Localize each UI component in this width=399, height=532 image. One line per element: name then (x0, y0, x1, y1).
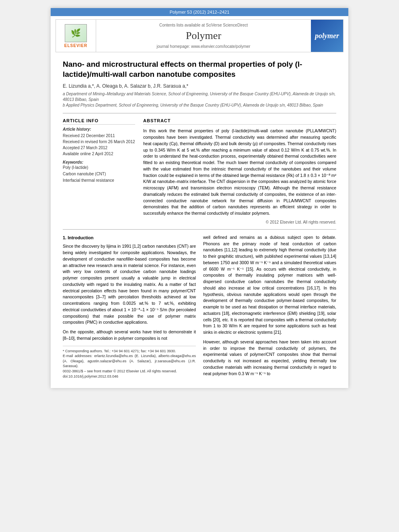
keyword-2: Carbon nanotube (CNT) (63, 171, 135, 177)
copyright-line: © 2012 Elsevier Ltd. All rights reserved… (143, 220, 336, 224)
abstract-panel: ABSTRACT In this work the thermal proper… (143, 118, 336, 224)
corresponding-note: * Corresponding authors. Tel.: +34 94 60… (63, 349, 196, 354)
journal-header-center: Contents lists available at SciVerse Sci… (96, 20, 311, 52)
footnotes: * Corresponding authors. Tel.: +34 94 60… (63, 346, 196, 379)
accepted-date: Accepted 27 March 2012 (63, 145, 135, 151)
main-content: Nano- and microstructural effects on the… (51, 55, 348, 388)
elsevier-logo: ELSEVIER (64, 24, 87, 48)
keyword-1: Poly (l-lactide) (63, 164, 135, 171)
intro-paragraph-3: well defined and remains as a dubious su… (203, 234, 336, 336)
elsevier-graphic (65, 24, 87, 42)
info-abstract-section: ARTICLE INFO Article history: Received 2… (63, 118, 336, 224)
journal-homepage-text: journal homepage: www.elsevier.com/locat… (157, 44, 251, 49)
elsevier-logo-area: ELSEVIER (56, 20, 96, 52)
affiliations: a Department of Mining–Metallurgy and Ma… (63, 91, 336, 108)
intro-paragraph-1: Since the discovery by Iijima in 1991 [1… (63, 243, 196, 326)
keywords-label: Keywords: (63, 160, 135, 164)
affiliation-b: b Applied Physics Department, School of … (63, 103, 336, 108)
journal-name-display: Polymer (186, 30, 221, 42)
keyword-3: Interfacial thermal resistance (63, 177, 135, 184)
issn-note: 0032-3861/$ – see front matter © 2012 El… (63, 369, 196, 374)
received-date: Received 22 December 2011 (63, 133, 135, 139)
received-revised: Received in revised form 26 March 2012 (63, 139, 135, 145)
journal-citation-bar: Polymer 53 (2012) 2412–2421 (51, 8, 348, 16)
abstract-body: In this work the thermal properties of p… (143, 128, 336, 217)
introduction-heading: 1. Introduction (63, 234, 196, 241)
header-divider (63, 113, 336, 113)
journal-header: ELSEVIER Contents lists available at Sci… (56, 19, 343, 52)
email-note: E-mail addresses: erlantz.lizundia@ehu.e… (63, 353, 196, 369)
journal-cover-label: polymer (315, 32, 339, 40)
sciverse-line: Contents lists available at SciVerse Sci… (159, 23, 248, 27)
body-right-col: well defined and remains as a dubious su… (203, 234, 336, 380)
intro-paragraph-2: On the opposite, although several works … (63, 329, 196, 342)
article-info-panel: ARTICLE INFO Article history: Received 2… (63, 118, 135, 224)
article-info-heading: ARTICLE INFO (63, 118, 135, 125)
journal-citation-text: Polymer 53 (2012) 2412–2421 (170, 10, 230, 14)
article-title: Nano- and microstructural effects on the… (63, 60, 336, 79)
affiliation-a: a Department of Mining–Metallurgy and Ma… (63, 91, 336, 103)
body-section: 1. Introduction Since the discovery by I… (63, 234, 336, 380)
authors-line: E. Lizundia a,*, A. Oleaga b, A. Salazar… (63, 83, 336, 89)
keywords-list: Poly (l-lactide) Carbon nanotube (CNT) I… (63, 164, 135, 184)
page: Polymer 53 (2012) 2412–2421 ELSEVIER Con… (51, 8, 348, 388)
body-left-col: 1. Introduction Since the discovery by I… (63, 234, 196, 380)
journal-cover-image: polymer (311, 20, 343, 52)
available-online: Available online 2 April 2012 (63, 151, 135, 157)
elsevier-wordmark: ELSEVIER (64, 43, 87, 48)
abstract-heading: ABSTRACT (143, 118, 336, 125)
section-divider (63, 229, 336, 230)
doi-note: doi:10.1016/j.polymer.2012.03.046 (63, 374, 196, 379)
intro-paragraph-4: However, although several approaches hav… (203, 339, 336, 377)
history-label: Article history: (63, 127, 135, 131)
